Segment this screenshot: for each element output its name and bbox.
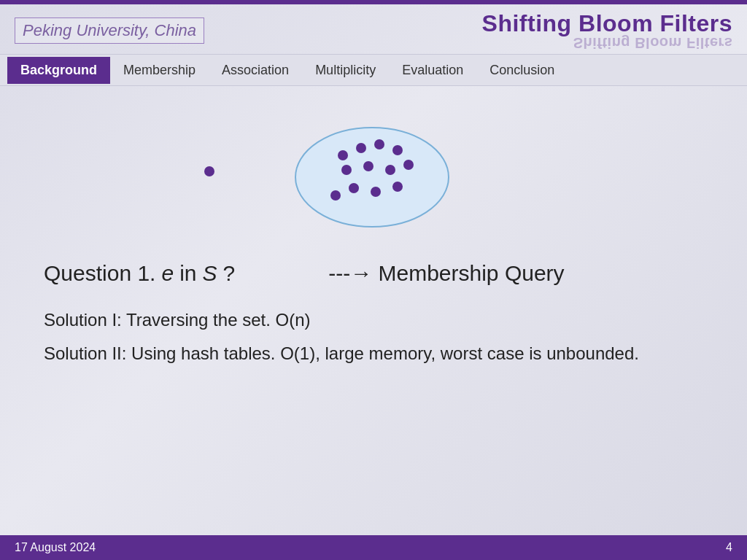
nav-item-multiplicity[interactable]: Multiplicity xyxy=(302,57,389,84)
main-content: Question 1. e in S ? ---→ Membership Que… xyxy=(0,86,747,535)
footer-date: 17 August 2024 xyxy=(15,541,96,554)
set-dot-8 xyxy=(385,165,395,175)
footer-page: 4 xyxy=(726,541,732,554)
title-area: Shifting Bloom Filters Shifting Bloom Fi… xyxy=(482,10,732,51)
slide-title: Shifting Bloom Filters xyxy=(482,10,732,37)
nav-item-association[interactable]: Association xyxy=(209,57,302,84)
element-dot xyxy=(204,166,214,176)
diagram-area xyxy=(44,108,703,239)
nav-item-membership[interactable]: Membership xyxy=(110,57,209,84)
nav-item-background[interactable]: Background xyxy=(7,57,110,84)
question-line: Question 1. e in S ? ---→ Membership Que… xyxy=(44,261,703,286)
set-dot-4 xyxy=(392,145,403,155)
nav-item-evaluation[interactable]: Evaluation xyxy=(389,57,476,84)
slide: Peking University, China Shifting Bloom … xyxy=(0,0,747,560)
question-prefix: Question 1. xyxy=(44,261,155,286)
set-dot-1 xyxy=(338,150,348,160)
set-dot-5 xyxy=(403,160,414,170)
university-logo: Peking University, China xyxy=(15,18,204,44)
solutions: Solution I: Traversing the set. O(n) Sol… xyxy=(44,308,703,374)
set-dot-6 xyxy=(341,165,352,175)
set-dot-11 xyxy=(392,182,403,192)
oval-shape xyxy=(295,128,449,227)
header: Peking University, China Shifting Bloom … xyxy=(0,4,747,54)
set-oval xyxy=(292,122,452,232)
question-in: in xyxy=(179,261,196,286)
slide-title-reflection: Shifting Bloom Filters xyxy=(482,34,732,51)
set-dot-9 xyxy=(349,183,359,193)
set-dot-7 xyxy=(363,161,374,171)
navbar: Background Membership Association Multip… xyxy=(0,54,747,86)
arrow-label: ---→ Membership Query xyxy=(328,261,564,286)
solution-1: Solution I: Traversing the set. O(n) xyxy=(44,308,703,332)
set-dot-12 xyxy=(330,190,341,201)
nav-item-conclusion[interactable]: Conclusion xyxy=(476,57,568,84)
question-var-e: e xyxy=(161,261,174,286)
set-dot-2 xyxy=(356,143,366,153)
question-var-s: S xyxy=(202,261,217,286)
set-dot-10 xyxy=(371,187,381,197)
set-dot-3 xyxy=(374,139,384,149)
bottom-bar: 17 August 2024 4 xyxy=(0,535,747,560)
solution-2: Solution II: Using hash tables. O(1), la… xyxy=(44,341,703,366)
question-mark: ? xyxy=(223,261,236,286)
